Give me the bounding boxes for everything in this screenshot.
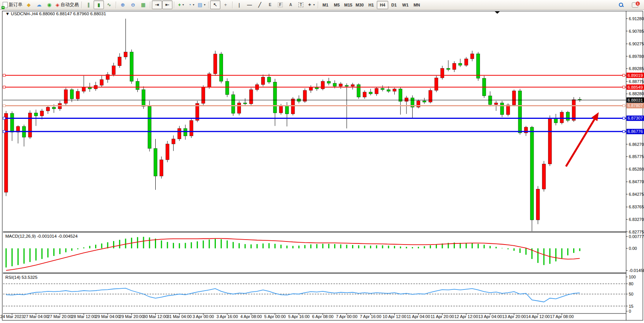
timeframe-button-h1[interactable]: H1	[365, 1, 377, 9]
macd-histogram-bar	[561, 248, 563, 258]
price-tick-label: 6.84275	[629, 192, 644, 197]
indicators-button[interactable]: + ▾	[176, 0, 186, 9]
metaeditor-button[interactable]: ◆	[24, 0, 34, 9]
styler-icon: ☁	[37, 2, 41, 7]
candle-bearish	[423, 101, 426, 102]
macd-histogram-bar	[155, 239, 156, 248]
candle-bearish	[399, 89, 402, 101]
chart-shift-button[interactable]: ⇤	[162, 0, 172, 9]
candle-bullish	[453, 63, 456, 69]
macd-histogram-bar	[47, 248, 48, 257]
channel-button[interactable]: E	[265, 0, 275, 9]
trendline-button[interactable]: ╱	[255, 0, 265, 9]
candle-bullish	[435, 78, 438, 90]
label-button[interactable]: T	[296, 0, 306, 9]
macd-histogram-bar	[59, 248, 61, 254]
hline-right-handle[interactable]	[623, 74, 625, 77]
new-order-button[interactable]: + 新订单	[2, 0, 24, 9]
hline-left-handle[interactable]	[3, 86, 5, 88]
periods-button[interactable]: ◔ ▾	[186, 0, 196, 9]
candle-bullish	[303, 90, 307, 101]
fibonacci-button[interactable]: F	[275, 0, 285, 9]
line-chart-icon: ∿	[107, 2, 111, 7]
candle-bearish	[34, 113, 38, 116]
templates-button[interactable]: ▤ ▾	[196, 0, 207, 9]
tile-windows-button[interactable]: ▦	[138, 0, 148, 9]
candle-bearish	[154, 149, 157, 176]
hline-left-handle[interactable]	[3, 74, 5, 77]
timeframe-button-m5[interactable]: M5	[331, 1, 343, 9]
macd-histogram-bar	[77, 248, 78, 249]
candle-bullish	[464, 59, 468, 65]
zoom-out-button[interactable]: ⊖	[128, 0, 138, 9]
horizontal-line-button[interactable]: —	[244, 0, 255, 9]
price-tick-label: 6.89780	[629, 54, 644, 59]
timeframe-button-h4[interactable]: H4	[377, 1, 388, 9]
chart-title[interactable]: ▼ USDCNH-,H4 6.88060 6.88147 6.87960 6.8…	[5, 11, 106, 16]
candle-bullish	[291, 99, 295, 114]
macd-tick-label: 0.00	[629, 246, 637, 251]
candlestick-chart-button[interactable]: ▮	[94, 0, 104, 9]
text-button[interactable]: A	[285, 0, 296, 9]
candle-bearish	[136, 81, 139, 90]
line-chart-button[interactable]: ∿	[104, 0, 114, 9]
styler-button[interactable]: ☁	[34, 0, 44, 9]
macd-histogram-bar	[161, 240, 162, 248]
metaeditor-icon: ◆	[27, 2, 31, 7]
dropdown-arrow-icon: ▾	[204, 3, 206, 6]
price-tick-label: 6.90275	[629, 42, 644, 46]
timeframe-button-mn[interactable]: MN	[411, 1, 422, 9]
arrows-button[interactable]: ✦ ▾	[306, 0, 316, 9]
hline-right-handle[interactable]	[623, 117, 625, 119]
candle-bullish	[238, 103, 241, 114]
auto-scroll-button[interactable]: ⇥	[152, 0, 162, 9]
candle-bearish	[70, 90, 73, 99]
signals-button[interactable]: ◉	[44, 0, 54, 9]
zoom-in-button[interactable]: ⊕	[118, 0, 128, 9]
candle-bullish	[202, 87, 205, 104]
cursor-icon: ↖	[213, 2, 217, 7]
candle-bullish	[5, 114, 8, 192]
timeframe-button-m30[interactable]: M30	[354, 1, 365, 9]
cursor-button[interactable]: ↖	[210, 0, 220, 9]
candle-bullish	[494, 103, 498, 105]
notifications-button[interactable]: 1	[630, 0, 640, 9]
time-label: 7 Apr 16:00	[360, 314, 381, 319]
autotrade-button[interactable]: ◈ 自动交易	[54, 0, 80, 9]
price-tick-label: 6.83765	[629, 205, 644, 209]
text-icon: A	[289, 3, 292, 7]
chart-canvas[interactable]: ▼ USDCNH-,H4 6.88060 6.88147 6.87960 6.8…	[0, 10, 644, 323]
candle-bearish	[327, 81, 330, 83]
vertical-line-button[interactable]: |	[234, 0, 244, 9]
macd-histogram-bar	[394, 246, 395, 248]
crosshair-button[interactable]: +	[220, 0, 231, 9]
timeframe-button-m15[interactable]: M15	[343, 1, 354, 9]
candle-bullish	[28, 113, 32, 137]
timeframe-button-d1[interactable]: D1	[388, 1, 400, 9]
candle-bearish	[220, 54, 223, 82]
hline-left-handle[interactable]	[3, 104, 5, 107]
candle-bearish	[333, 83, 336, 86]
bar-chart-button[interactable]: ∥	[83, 0, 94, 9]
hline-right-handle[interactable]	[623, 104, 625, 107]
time-label: 4 Apr 08:00	[241, 314, 262, 319]
hline-right-handle[interactable]	[623, 130, 625, 133]
channel-icon: E	[269, 3, 271, 7]
macd-histogram-bar	[95, 245, 96, 248]
macd-histogram-bar	[489, 246, 491, 248]
hline-right-handle[interactable]	[623, 86, 625, 88]
price-badge-label: 6.87807	[628, 103, 643, 108]
price-tick-label: 6.84770	[629, 179, 644, 184]
macd-histogram-bar	[478, 244, 479, 248]
rsi-tick-label: 80	[629, 281, 633, 286]
candle-bullish	[64, 90, 68, 103]
search-button[interactable]	[616, 0, 626, 9]
separator	[318, 2, 318, 8]
hline-left-handle[interactable]	[3, 130, 5, 133]
time-label: 29 Mar 20:00	[119, 314, 144, 319]
hline-left-handle[interactable]	[3, 117, 5, 119]
macd-histogram-bar	[334, 244, 335, 248]
timeframe-button-w1[interactable]: W1	[400, 1, 411, 9]
timeframe-button-m1[interactable]: M1	[320, 1, 331, 9]
insert-group: + ▾ ◔ ▾ ▤ ▾	[176, 0, 207, 10]
